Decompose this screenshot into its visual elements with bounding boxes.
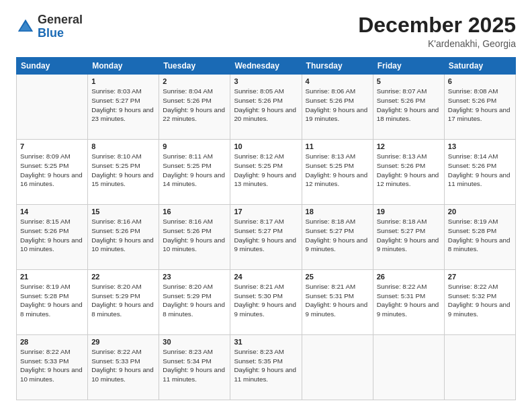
day-info: Sunrise: 8:10 AMSunset: 5:25 PMDaylight:…: [91, 152, 155, 189]
day-info: Sunrise: 8:19 AMSunset: 5:28 PMDaylight:…: [448, 217, 512, 254]
day-number: 7: [20, 142, 84, 150]
calendar-cell: 30Sunrise: 8:23 AMSunset: 5:34 PMDayligh…: [159, 335, 230, 400]
calendar-cell: 7Sunrise: 8:09 AMSunset: 5:25 PMDaylight…: [17, 140, 88, 205]
day-number: 29: [91, 338, 155, 346]
page: General Blue December 2025 K'ardenakhi, …: [0, 0, 532, 411]
calendar-cell: 12Sunrise: 8:13 AMSunset: 5:26 PMDayligh…: [373, 140, 444, 205]
day-number: 19: [377, 208, 441, 216]
calendar-cell: 15Sunrise: 8:16 AMSunset: 5:26 PMDayligh…: [88, 205, 159, 270]
calendar-cell: 28Sunrise: 8:22 AMSunset: 5:33 PMDayligh…: [17, 335, 88, 400]
day-number: 2: [163, 77, 226, 85]
day-number: 31: [234, 338, 298, 346]
calendar-cell: 22Sunrise: 8:20 AMSunset: 5:29 PMDayligh…: [88, 270, 159, 335]
calendar-cell: 10Sunrise: 8:12 AMSunset: 5:25 PMDayligh…: [230, 140, 302, 205]
calendar-cell: 3Sunrise: 8:05 AMSunset: 5:26 PMDaylight…: [230, 75, 302, 140]
day-number: 18: [306, 208, 369, 216]
calendar-cell: [17, 75, 88, 140]
calendar-cell: 14Sunrise: 8:15 AMSunset: 5:26 PMDayligh…: [17, 205, 88, 270]
day-info: Sunrise: 8:06 AMSunset: 5:26 PMDaylight:…: [306, 87, 369, 124]
day-number: 9: [163, 142, 226, 150]
day-number: 14: [20, 208, 84, 216]
week-row-3: 14Sunrise: 8:15 AMSunset: 5:26 PMDayligh…: [17, 205, 516, 270]
day-number: 13: [448, 142, 512, 150]
calendar-cell: 6Sunrise: 8:08 AMSunset: 5:26 PMDaylight…: [444, 75, 515, 140]
day-number: 23: [163, 273, 226, 281]
day-info: Sunrise: 8:21 AMSunset: 5:31 PMDaylight:…: [306, 282, 369, 319]
day-number: 24: [234, 273, 298, 281]
week-row-4: 21Sunrise: 8:19 AMSunset: 5:28 PMDayligh…: [17, 270, 516, 335]
calendar-cell: 31Sunrise: 8:23 AMSunset: 5:35 PMDayligh…: [230, 335, 302, 400]
logo: General Blue: [16, 13, 83, 40]
day-info: Sunrise: 8:12 AMSunset: 5:25 PMDaylight:…: [234, 152, 298, 189]
calendar-cell: 27Sunrise: 8:22 AMSunset: 5:32 PMDayligh…: [444, 270, 515, 335]
logo-text: General Blue: [38, 13, 83, 40]
day-info: Sunrise: 8:14 AMSunset: 5:26 PMDaylight:…: [448, 152, 512, 189]
day-number: 4: [306, 77, 369, 85]
day-info: Sunrise: 8:15 AMSunset: 5:26 PMDaylight:…: [20, 217, 84, 254]
day-number: 1: [91, 77, 155, 85]
weekday-header-saturday: Saturday: [444, 58, 515, 75]
day-number: 25: [306, 273, 369, 281]
week-row-2: 7Sunrise: 8:09 AMSunset: 5:25 PMDaylight…: [17, 140, 516, 205]
calendar-cell: 20Sunrise: 8:19 AMSunset: 5:28 PMDayligh…: [444, 205, 515, 270]
day-info: Sunrise: 8:22 AMSunset: 5:33 PMDaylight:…: [91, 347, 155, 384]
week-row-5: 28Sunrise: 8:22 AMSunset: 5:33 PMDayligh…: [17, 335, 516, 400]
calendar-cell: 1Sunrise: 8:03 AMSunset: 5:27 PMDaylight…: [88, 75, 159, 140]
day-number: 5: [377, 77, 441, 85]
day-number: 3: [234, 77, 298, 85]
calendar-cell: 2Sunrise: 8:04 AMSunset: 5:26 PMDaylight…: [159, 75, 230, 140]
calendar-cell: 4Sunrise: 8:06 AMSunset: 5:26 PMDaylight…: [302, 75, 373, 140]
day-info: Sunrise: 8:13 AMSunset: 5:26 PMDaylight:…: [377, 152, 441, 189]
day-number: 30: [163, 338, 226, 346]
calendar-cell: 13Sunrise: 8:14 AMSunset: 5:26 PMDayligh…: [444, 140, 515, 205]
day-number: 17: [234, 208, 298, 216]
day-info: Sunrise: 8:20 AMSunset: 5:29 PMDaylight:…: [163, 282, 226, 319]
day-number: 22: [91, 273, 155, 281]
day-info: Sunrise: 8:11 AMSunset: 5:25 PMDaylight:…: [163, 152, 226, 189]
day-number: 15: [91, 208, 155, 216]
calendar: SundayMondayTuesdayWednesdayThursdayFrid…: [16, 57, 516, 400]
day-number: 21: [20, 273, 84, 281]
calendar-cell: 23Sunrise: 8:20 AMSunset: 5:29 PMDayligh…: [159, 270, 230, 335]
day-info: Sunrise: 8:17 AMSunset: 5:27 PMDaylight:…: [234, 217, 298, 254]
day-number: 12: [377, 142, 441, 150]
day-number: 28: [20, 338, 84, 346]
month-title: December 2025: [358, 13, 516, 37]
day-info: Sunrise: 8:07 AMSunset: 5:26 PMDaylight:…: [377, 87, 441, 124]
header: General Blue December 2025 K'ardenakhi, …: [16, 13, 516, 49]
title-block: December 2025 K'ardenakhi, Georgia: [358, 13, 516, 49]
day-info: Sunrise: 8:22 AMSunset: 5:32 PMDaylight:…: [448, 282, 512, 319]
day-info: Sunrise: 8:22 AMSunset: 5:31 PMDaylight:…: [377, 282, 441, 319]
calendar-cell: 25Sunrise: 8:21 AMSunset: 5:31 PMDayligh…: [302, 270, 373, 335]
day-info: Sunrise: 8:03 AMSunset: 5:27 PMDaylight:…: [91, 87, 155, 124]
day-info: Sunrise: 8:18 AMSunset: 5:27 PMDaylight:…: [377, 217, 441, 254]
calendar-cell: 17Sunrise: 8:17 AMSunset: 5:27 PMDayligh…: [230, 205, 302, 270]
location: K'ardenakhi, Georgia: [358, 38, 516, 49]
day-number: 11: [306, 142, 369, 150]
day-info: Sunrise: 8:21 AMSunset: 5:30 PMDaylight:…: [234, 282, 298, 319]
weekday-header-friday: Friday: [373, 58, 444, 75]
day-info: Sunrise: 8:04 AMSunset: 5:26 PMDaylight:…: [163, 87, 226, 124]
calendar-cell: 29Sunrise: 8:22 AMSunset: 5:33 PMDayligh…: [88, 335, 159, 400]
day-info: Sunrise: 8:19 AMSunset: 5:28 PMDaylight:…: [20, 282, 84, 319]
weekday-header-sunday: Sunday: [17, 58, 88, 75]
logo-blue-text: Blue: [38, 26, 64, 40]
day-info: Sunrise: 8:20 AMSunset: 5:29 PMDaylight:…: [91, 282, 155, 319]
weekday-header-row: SundayMondayTuesdayWednesdayThursdayFrid…: [17, 58, 516, 75]
calendar-cell: [302, 335, 373, 400]
day-info: Sunrise: 8:13 AMSunset: 5:25 PMDaylight:…: [306, 152, 369, 189]
calendar-cell: 11Sunrise: 8:13 AMSunset: 5:25 PMDayligh…: [302, 140, 373, 205]
logo-general-text: General: [38, 13, 83, 26]
day-info: Sunrise: 8:05 AMSunset: 5:26 PMDaylight:…: [234, 87, 298, 124]
calendar-cell: 18Sunrise: 8:18 AMSunset: 5:27 PMDayligh…: [302, 205, 373, 270]
day-number: 8: [91, 142, 155, 150]
calendar-cell: [373, 335, 444, 400]
calendar-cell: 19Sunrise: 8:18 AMSunset: 5:27 PMDayligh…: [373, 205, 444, 270]
calendar-cell: 21Sunrise: 8:19 AMSunset: 5:28 PMDayligh…: [17, 270, 88, 335]
weekday-header-tuesday: Tuesday: [159, 58, 230, 75]
day-number: 26: [377, 273, 441, 281]
day-number: 20: [448, 208, 512, 216]
day-number: 6: [448, 77, 512, 85]
day-info: Sunrise: 8:23 AMSunset: 5:35 PMDaylight:…: [234, 347, 298, 384]
calendar-cell: 9Sunrise: 8:11 AMSunset: 5:25 PMDaylight…: [159, 140, 230, 205]
